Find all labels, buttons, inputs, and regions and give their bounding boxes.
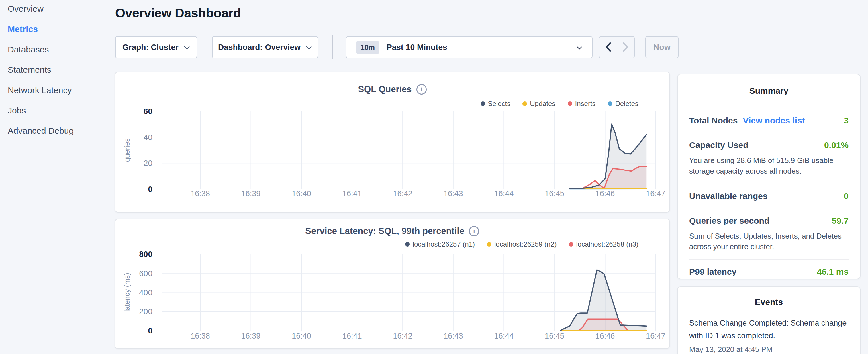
summary-row-capacity-used: Capacity Used 0.01% (689, 133, 848, 158)
time-next-button[interactable] (617, 37, 634, 58)
info-icon[interactable]: i (469, 226, 479, 236)
summary-row-total-nodes: Total Nodes View nodes list 3 (689, 109, 848, 133)
summary-panel: Summary Total Nodes View nodes list 3 Ca… (677, 74, 861, 279)
summary-row-value: 0 (844, 191, 848, 201)
legend-label: Updates (530, 100, 555, 108)
time-range-badge: 10m (356, 41, 379, 54)
summary-row-value: 3 (844, 116, 848, 125)
chevron-down-icon (306, 43, 312, 52)
legend-dot-icon (569, 242, 574, 247)
svg-text:16:41: 16:41 (342, 189, 362, 198)
sidebar-item-network-latency[interactable]: Network Latency (8, 86, 105, 95)
legend-item: localhost:26258 (n3) (569, 240, 639, 248)
sidebar-item-overview[interactable]: Overview (8, 4, 105, 13)
summary-row-label: Capacity Used (689, 140, 748, 150)
summary-row-subtext: Sum of Selects, Updates, Inserts, and De… (689, 231, 848, 252)
chart-title: Service Latency: SQL, 99th percentile (306, 226, 465, 236)
events-panel: Events Schema Change Completed: Schema c… (677, 286, 861, 354)
svg-text:0: 0 (148, 326, 152, 335)
svg-text:16:46: 16:46 (595, 332, 615, 340)
svg-text:400: 400 (139, 288, 152, 297)
summary-row-label: P99 latency (689, 267, 737, 277)
svg-text:16:39: 16:39 (241, 189, 261, 198)
summary-row-p99-latency: P99 latency 46.1 ms (689, 260, 848, 284)
sidebar-item-jobs[interactable]: Jobs (8, 106, 105, 115)
graph-dropdown[interactable]: Graph: Cluster (115, 36, 197, 58)
info-icon[interactable]: i (416, 84, 427, 95)
svg-text:16:43: 16:43 (443, 332, 463, 340)
svg-text:0: 0 (148, 185, 152, 194)
event-item-timestamp: May 13, 2020 at 4:45 PM (689, 345, 848, 354)
chart-title-row: Service Latency: SQL, 99th percentile i (115, 226, 670, 236)
service-latency-chart-card: Service Latency: SQL, 99th percentile i … (115, 219, 670, 349)
legend-dot-icon (522, 101, 527, 106)
legend-dot-icon (568, 101, 572, 106)
legend-label: localhost:26258 (n3) (576, 240, 639, 248)
svg-text:16:45: 16:45 (545, 332, 564, 340)
sidebar-item-advanced-debug[interactable]: Advanced Debug (8, 126, 105, 135)
time-range-label: Past 10 Minutes (386, 43, 447, 52)
svg-text:40: 40 (144, 133, 152, 142)
legend-dot-icon (487, 242, 492, 247)
legend-item: Updates (522, 100, 555, 108)
legend-item: localhost:26257 (n1) (405, 240, 475, 248)
chart-plot[interactable]: 16:3816:3916:4016:4116:4216:4316:4416:45… (115, 219, 670, 348)
legend-dot-icon (405, 242, 410, 247)
controls-divider (333, 35, 333, 59)
summary-row-label: Unavailable ranges (689, 191, 767, 201)
svg-text:latency (ms): latency (ms) (123, 273, 131, 312)
legend-item: localhost:26259 (n2) (487, 240, 557, 248)
svg-text:16:42: 16:42 (393, 189, 412, 198)
legend-item: Deletes (608, 100, 639, 108)
svg-text:16:47: 16:47 (646, 332, 665, 340)
sidebar-item-metrics[interactable]: Metrics (8, 25, 105, 34)
chart-legend: SelectsUpdatesInsertsDeletes (480, 100, 639, 108)
chevron-down-icon (577, 43, 582, 52)
summary-row-value: 46.1 ms (817, 267, 848, 277)
dashboard-dropdown-label: Dashboard: Overview (218, 43, 301, 52)
summary-row-value: 0.01% (824, 140, 848, 150)
chart-title-row: SQL Queries i (115, 84, 670, 95)
svg-text:16:46: 16:46 (595, 189, 615, 198)
svg-text:16:38: 16:38 (191, 189, 210, 198)
time-prev-button[interactable] (599, 37, 617, 58)
legend-dot-icon (480, 101, 485, 106)
svg-text:16:41: 16:41 (342, 332, 362, 340)
svg-text:16:38: 16:38 (191, 332, 210, 340)
sidebar-item-databases[interactable]: Databases (8, 45, 105, 54)
svg-text:16:42: 16:42 (393, 332, 412, 340)
view-nodes-list-link[interactable]: View nodes list (743, 116, 805, 125)
svg-text:800: 800 (139, 250, 152, 259)
events-title: Events (689, 297, 848, 307)
svg-text:16:39: 16:39 (241, 332, 261, 340)
dashboard-dropdown[interactable]: Dashboard: Overview (212, 36, 318, 58)
svg-text:200: 200 (139, 307, 152, 316)
time-range-dropdown[interactable]: 10m Past 10 Minutes (346, 36, 593, 58)
now-button[interactable]: Now (645, 36, 679, 58)
summary-row-value: 59.7 (832, 216, 848, 226)
summary-row-subtext: You are using 28.6 MiB of 515.9 GiB usab… (689, 155, 848, 176)
chart-legend: localhost:26257 (n1)localhost:26259 (n2)… (405, 240, 639, 248)
svg-text:16:44: 16:44 (494, 332, 514, 340)
summary-row-queries-per-second: Queries per second 59.7 (689, 209, 848, 233)
svg-text:16:47: 16:47 (646, 189, 665, 198)
chevron-left-icon (604, 41, 612, 53)
chevron-down-icon (184, 43, 190, 52)
graph-dropdown-label: Graph: Cluster (122, 43, 179, 52)
chevron-right-icon (622, 41, 629, 53)
legend-label: localhost:26257 (n1) (413, 240, 475, 248)
app-root: { "sidebar": { "items": [ {"label": "Ove… (0, 0, 868, 354)
event-item-text: Schema Change Completed: Schema change w… (689, 317, 848, 342)
legend-label: Selects (488, 100, 510, 108)
legend-item: Selects (480, 100, 510, 108)
legend-label: Deletes (615, 100, 639, 108)
svg-text:16:43: 16:43 (443, 189, 463, 198)
sidebar-item-statements[interactable]: Statements (8, 65, 105, 74)
summary-row-unavailable-ranges: Unavailable ranges 0 (689, 185, 848, 208)
legend-dot-icon (608, 101, 612, 106)
svg-text:16:40: 16:40 (292, 189, 311, 198)
sidebar: Overview Metrics Databases Statements Ne… (8, 4, 105, 147)
svg-text:16:44: 16:44 (494, 189, 514, 198)
sql-queries-chart-card: SQL Queries i SelectsUpdatesInsertsDelet… (115, 72, 670, 213)
svg-text:queries: queries (123, 138, 131, 162)
